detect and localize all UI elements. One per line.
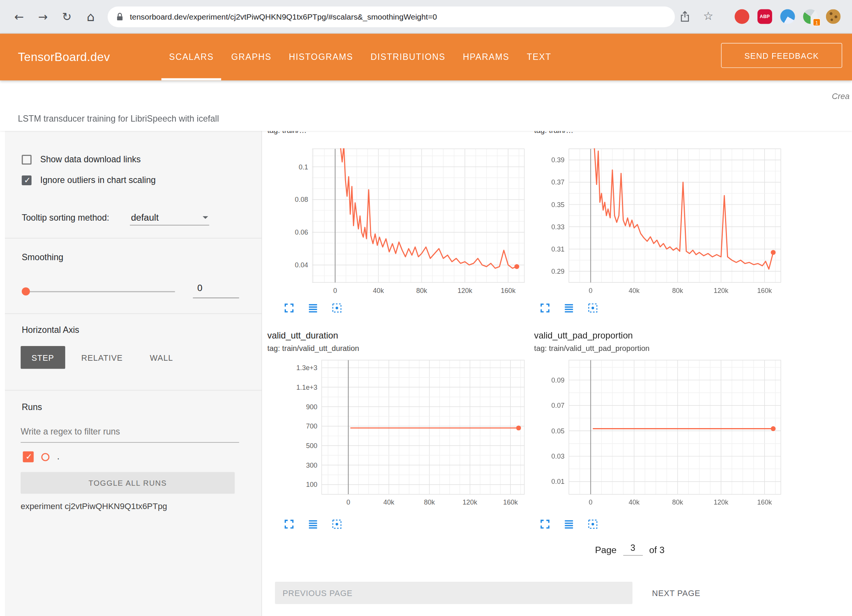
chart-top-left[interactable]: 040k80k120k160k0.040.060.080.1 — [282, 144, 530, 296]
send-feedback-button[interactable]: SEND FEEDBACK — [721, 43, 842, 68]
svg-text:40k: 40k — [629, 499, 640, 506]
svg-text:0: 0 — [347, 499, 350, 506]
run-name: . — [57, 452, 59, 462]
expand-icon — [540, 303, 550, 313]
runs-label: Runs — [22, 403, 42, 412]
fit-data-button[interactable] — [588, 519, 598, 529]
back-icon — [14, 10, 24, 23]
svg-text:1.3e+3: 1.3e+3 — [296, 364, 318, 372]
reload-icon — [62, 10, 72, 23]
lines-button[interactable] — [564, 519, 574, 529]
tab-hparams[interactable]: HPARAMS — [455, 34, 517, 80]
profile-extension-icon[interactable]: 1 — [803, 9, 818, 24]
chart-valid-utt-duration[interactable]: 040k80k120k160k1003005007009001.1e+31.3e… — [282, 356, 530, 509]
chevron-down-icon — [203, 216, 208, 219]
browser-toolbar: tensorboard.dev/experiment/cj2vtPiwQHKN9… — [0, 0, 852, 34]
expand-button[interactable] — [540, 519, 550, 529]
slider-track — [26, 291, 175, 292]
svg-text:0: 0 — [589, 287, 592, 294]
tab-graphs[interactable]: GRAPHS — [223, 34, 279, 80]
previous-page-button[interactable]: PREVIOUS PAGE — [275, 582, 632, 604]
svg-text:120k: 120k — [714, 499, 729, 506]
runs-filter-input[interactable] — [21, 421, 239, 443]
experiment-subheader: Crea LSTM transducer training for LibriS… — [0, 81, 852, 131]
adblock-extension-icon[interactable] — [734, 9, 749, 24]
fit-icon — [332, 303, 342, 313]
svg-text:0.01: 0.01 — [551, 478, 565, 486]
expand-button[interactable] — [540, 303, 550, 313]
smoothing-slider[interactable] — [22, 287, 185, 297]
tab-histograms[interactable]: HISTOGRAMS — [281, 34, 361, 80]
abp-extension-icon[interactable]: ABP — [757, 9, 772, 24]
smoothing-value-input[interactable] — [193, 279, 239, 298]
fit-data-button[interactable] — [588, 303, 598, 313]
experiment-name: experiment cj2vtPiwQHKN9Q1tx6PTpg — [21, 502, 167, 511]
horizontal-axis-label: Horizontal Axis — [22, 325, 79, 335]
share-icon — [680, 11, 690, 22]
clipped-right-text: Crea — [832, 91, 850, 101]
svg-text:100: 100 — [306, 481, 317, 488]
chart-title: valid_utt_pad_proportion — [534, 330, 633, 340]
fit-data-button[interactable] — [332, 519, 342, 529]
fit-data-button[interactable] — [332, 303, 342, 313]
step-axis-button[interactable]: STEP — [21, 346, 65, 369]
tab-scalars[interactable]: SCALARS — [161, 34, 221, 80]
page-label: Page — [595, 545, 617, 556]
bookmark-star-button[interactable] — [703, 10, 713, 23]
toggle-all-runs-button[interactable]: TOGGLE ALL RUNS — [21, 472, 235, 494]
svg-text:0.05: 0.05 — [551, 427, 565, 435]
svg-text:0.33: 0.33 — [551, 223, 565, 231]
url-bar[interactable]: tensorboard.dev/experiment/cj2vtPiwQHKN9… — [108, 6, 675, 27]
slider-thumb[interactable] — [22, 287, 30, 296]
next-page-button[interactable]: NEXT PAGE — [644, 582, 708, 604]
lines-button[interactable] — [308, 303, 318, 313]
chart-valid-utt-pad-proportion[interactable]: 040k80k120k160k0.010.030.050.070.09 — [538, 356, 785, 509]
chart-top-right[interactable]: 040k80k120k160k0.290.310.330.350.370.39 — [538, 144, 785, 296]
svg-text:0: 0 — [333, 287, 337, 294]
horizontal-axis-buttons: STEP RELATIVE WALL — [21, 346, 184, 369]
reload-button[interactable] — [59, 9, 75, 25]
pie-extension-icon[interactable] — [780, 9, 795, 24]
ignore-outliers-checkbox[interactable] — [22, 175, 32, 185]
svg-text:0.39: 0.39 — [551, 156, 565, 164]
svg-text:0.37: 0.37 — [551, 178, 565, 186]
app-header: TensorBoard.dev SCALARS GRAPHS HISTOGRAM… — [0, 34, 852, 80]
tooltip-sorting-select[interactable]: default — [130, 210, 209, 225]
run-checkbox[interactable] — [23, 451, 34, 462]
svg-text:120k: 120k — [714, 287, 729, 294]
lines-icon — [564, 519, 574, 529]
expand-icon — [284, 303, 294, 313]
cookie-extension-icon[interactable] — [826, 9, 841, 24]
wall-axis-button[interactable]: WALL — [139, 346, 184, 369]
svg-text:300: 300 — [306, 462, 317, 469]
expand-icon — [284, 519, 294, 529]
tooltip-sorting-label: Tooltip sorting method: — [22, 213, 109, 223]
share-button[interactable] — [680, 11, 690, 24]
svg-text:0.31: 0.31 — [551, 245, 565, 253]
url-text: tensorboard.dev/experiment/cj2vtPiwQHKN9… — [130, 12, 437, 21]
run-color-swatch[interactable] — [41, 453, 50, 461]
svg-text:80k: 80k — [416, 287, 428, 294]
page-number-input[interactable] — [623, 543, 643, 556]
expand-button[interactable] — [284, 303, 294, 313]
brand-logo: TensorBoard.dev — [18, 34, 110, 80]
tab-distributions[interactable]: DISTRIBUTIONS — [363, 34, 453, 80]
home-button[interactable] — [82, 9, 99, 25]
show-download-links-row: Show data download links — [22, 155, 141, 165]
svg-text:40k: 40k — [629, 287, 640, 294]
expand-button[interactable] — [284, 519, 294, 529]
lock-icon — [116, 12, 124, 21]
smoothing-label: Smoothing — [22, 253, 63, 262]
checkbox-label: Ignore outliers in chart scaling — [40, 175, 156, 185]
back-button[interactable] — [11, 9, 27, 25]
forward-button[interactable] — [35, 9, 51, 25]
svg-text:0.09: 0.09 — [551, 377, 565, 384]
relative-axis-button[interactable]: RELATIVE — [70, 346, 134, 369]
home-icon — [87, 11, 95, 23]
forward-icon — [38, 10, 47, 23]
show-download-links-checkbox[interactable] — [22, 155, 32, 165]
tab-text[interactable]: TEXT — [519, 34, 559, 80]
lines-button[interactable] — [564, 303, 574, 313]
lines-button[interactable] — [308, 519, 318, 529]
svg-text:1.1e+3: 1.1e+3 — [296, 384, 318, 391]
